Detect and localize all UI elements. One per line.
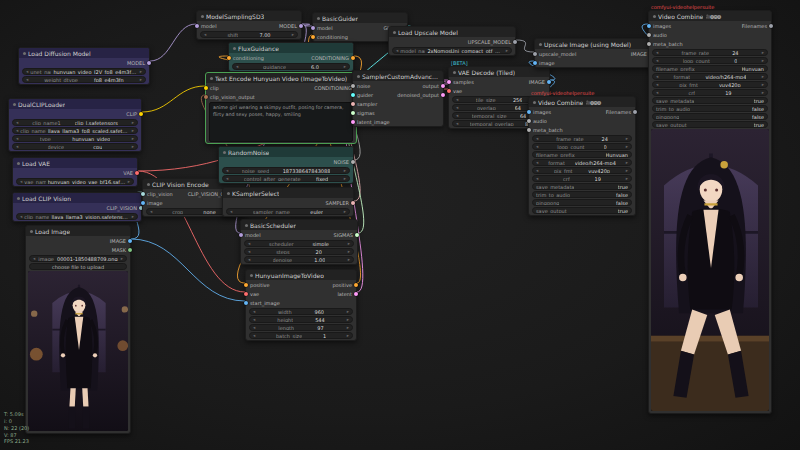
input-port[interactable]: [527, 110, 531, 114]
decrement-arrow-icon[interactable]: ◂: [26, 77, 28, 82]
input-port[interactable]: [244, 283, 248, 287]
node-random-noise[interactable]: RandomNoiseNOISE◂noise_seed1873386478430…: [218, 146, 354, 184]
node-hunyuan-image-to-video[interactable]: HunyuanImageToVideopositivepositivevaela…: [245, 269, 357, 341]
decrement-arrow-icon[interactable]: ◂: [536, 160, 538, 165]
increment-arrow-icon[interactable]: ▸: [348, 257, 350, 262]
output-port[interactable]: [355, 233, 359, 237]
increment-arrow-icon[interactable]: ▸: [132, 120, 134, 125]
output-port[interactable]: [513, 40, 517, 44]
collapse-toggle-icon[interactable]: [13, 103, 16, 106]
widget-unet_name[interactable]: ◂unet_namehunyuan_video_I2V_fp8_e4m3fn.s…: [22, 68, 146, 75]
decrement-arrow-icon[interactable]: ◂: [536, 176, 538, 181]
input-port[interactable]: [311, 26, 315, 30]
increment-arrow-icon[interactable]: ▸: [626, 144, 628, 149]
node-upscale-image-using-model[interactable]: Upscale Image (using Model)upscale_model…: [534, 38, 652, 68]
widget-length[interactable]: ◂length97▸: [249, 324, 353, 331]
increment-arrow-icon[interactable]: ▸: [344, 64, 346, 69]
collapse-toggle-icon[interactable]: [17, 197, 20, 200]
widget-width[interactable]: ◂width960▸: [249, 308, 353, 315]
widget-save_output[interactable]: save_outputtrue: [532, 207, 632, 214]
input-port[interactable]: [204, 86, 208, 90]
widget-height[interactable]: ◂height544▸: [249, 316, 353, 323]
widget-sampler_name[interactable]: ◂sampler_nameeuler▸: [226, 208, 350, 215]
increment-arrow-icon[interactable]: ▸: [132, 214, 134, 219]
decrement-arrow-icon[interactable]: ◂: [248, 249, 250, 254]
decrement-arrow-icon[interactable]: ◂: [226, 176, 228, 181]
output-port[interactable]: [135, 171, 139, 175]
increment-arrow-icon[interactable]: ▸: [347, 325, 349, 330]
decrement-arrow-icon[interactable]: ◂: [150, 209, 152, 214]
decrement-arrow-icon[interactable]: ◂: [536, 168, 538, 173]
increment-arrow-icon[interactable]: ▸: [132, 136, 134, 141]
decrement-arrow-icon[interactable]: ◂: [656, 74, 658, 79]
output-port[interactable]: [441, 84, 445, 88]
decrement-arrow-icon[interactable]: ◂: [236, 64, 238, 69]
decrement-arrow-icon[interactable]: ◂: [16, 120, 18, 125]
widget-pix_fmt[interactable]: ◂pix_fmtyuv420p▸: [532, 167, 632, 174]
widget-type[interactable]: ◂typehunyuan_video▸: [12, 135, 138, 142]
widget-image[interactable]: ◂image00001-1850488709.png▸: [29, 255, 127, 262]
node-basic-scheduler[interactable]: BasicSchedulermodelSIGMAS◂schedulersimpl…: [240, 219, 358, 265]
collapse-toggle-icon[interactable]: [227, 192, 230, 195]
increment-arrow-icon[interactable]: ▸: [626, 136, 628, 141]
increment-arrow-icon[interactable]: ▸: [348, 249, 350, 254]
increment-arrow-icon[interactable]: ▸: [140, 69, 142, 74]
output-port[interactable]: [547, 80, 551, 84]
input-port[interactable]: [447, 80, 451, 84]
input-port[interactable]: [239, 233, 243, 237]
input-port[interactable]: [447, 89, 451, 93]
increment-arrow-icon[interactable]: ▸: [292, 32, 294, 37]
node-title-bar[interactable]: Load Image: [26, 226, 130, 236]
node-title-bar[interactable]: Load CLIP Vision: [13, 193, 141, 203]
output-port[interactable]: [299, 24, 303, 28]
collapse-toggle-icon[interactable]: [233, 47, 236, 50]
widget-filename_prefix[interactable]: filename_prefixHunyuan: [532, 151, 632, 158]
node-load-upscale-model[interactable]: Load Upscale ModelUPSCALE_MODEL◂model_na…: [388, 26, 516, 56]
widget-clip_name[interactable]: ◂clip_namellava_llama3_vision.safetensor…: [16, 213, 138, 220]
decrement-arrow-icon[interactable]: ◂: [253, 333, 255, 338]
node-load-diffusion-model[interactable]: Load Diffusion ModelMODEL◂unet_namehunyu…: [18, 47, 150, 85]
node-title-bar[interactable]: FluxGuidance: [229, 43, 353, 53]
node-title-bar[interactable]: SamplerCustomAdvanced: [353, 71, 443, 81]
input-port[interactable]: [351, 102, 355, 106]
increment-arrow-icon[interactable]: ▸: [762, 90, 764, 95]
node-load-image[interactable]: Load ImageIMAGEMASK◂image00001-185048870…: [25, 225, 131, 434]
decrement-arrow-icon[interactable]: ◂: [253, 317, 255, 322]
collapse-toggle-icon[interactable]: [357, 75, 360, 78]
node-video-combine-middle[interactable]: comfyui-videohelpersuiteVideo Combine🎥🅥🅗…: [528, 96, 636, 216]
widget-steps[interactable]: ◂steps20▸: [244, 248, 354, 255]
collapse-toggle-icon[interactable]: [393, 31, 396, 34]
widget-pingpong[interactable]: pingpongfalse: [652, 113, 768, 120]
node-title-bar[interactable]: Load Upscale Model: [389, 27, 515, 37]
input-port[interactable]: [351, 93, 355, 97]
widget-crf[interactable]: ◂crf19▸: [652, 89, 768, 96]
decrement-arrow-icon[interactable]: ◂: [20, 179, 22, 184]
widget-model_name[interactable]: ◂model_name2xNomosUni_compact_otf_medium…: [392, 47, 512, 54]
widget-noise_seed[interactable]: ◂noise_seed187338647843088▸: [222, 167, 350, 174]
output-port[interactable]: [769, 24, 773, 28]
input-port[interactable]: [351, 84, 355, 88]
decrement-arrow-icon[interactable]: ◂: [656, 58, 658, 63]
decrement-arrow-icon[interactable]: ◂: [16, 144, 18, 149]
node-title-bar[interactable]: Video Combine🎥🅥🅗🅢: [649, 11, 771, 21]
collapse-toggle-icon[interactable]: [453, 71, 456, 74]
widget-format[interactable]: ◂formatvideo/h264-mp4▸: [532, 159, 632, 166]
increment-arrow-icon[interactable]: ▸: [132, 128, 134, 133]
node-title-bar[interactable]: Text Encode Hunyuan Video (ImageToVideo): [206, 73, 356, 83]
decrement-arrow-icon[interactable]: ◂: [456, 113, 458, 118]
output-port[interactable]: [633, 110, 637, 114]
node-title-bar[interactable]: KSamplerSelect: [223, 188, 353, 198]
widget-pingpong[interactable]: pingpongfalse: [532, 199, 632, 206]
widget-denoise[interactable]: ◂denoise1.00▸: [244, 256, 354, 263]
increment-arrow-icon[interactable]: ▸: [344, 209, 346, 214]
decrement-arrow-icon[interactable]: ◂: [226, 168, 228, 173]
prompt-textarea[interactable]: anime girl wearing a skimpy outfit, posi…: [209, 102, 353, 142]
node-title-bar[interactable]: RandomNoise: [219, 147, 353, 157]
widget-batch_size[interactable]: ◂batch_size1▸: [249, 332, 353, 339]
input-port[interactable]: [533, 52, 537, 56]
output-port[interactable]: [351, 160, 355, 164]
decrement-arrow-icon[interactable]: ◂: [16, 136, 18, 141]
input-port[interactable]: [311, 35, 315, 39]
input-port[interactable]: [227, 56, 231, 60]
decrement-arrow-icon[interactable]: ◂: [536, 144, 538, 149]
